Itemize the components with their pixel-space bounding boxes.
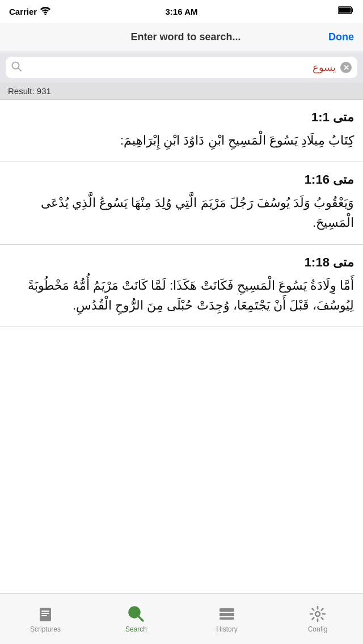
tab-config[interactable]: Config: [272, 605, 363, 633]
search-text-value: يسوع: [313, 61, 336, 74]
tab-bar: Scriptures Search History: [0, 593, 363, 644]
history-icon: [218, 605, 236, 623]
verse-item: متى 1:16 وَيَعْقُوبُ وَلَدَ يُوسُفَ رَجُ…: [0, 162, 363, 244]
verse-reference: متى 1:1: [9, 110, 354, 125]
svg-point-0: [45, 14, 47, 15]
search-bar-container: يسوع ✕: [0, 52, 363, 83]
tab-history-label: History: [216, 625, 237, 633]
svg-rect-2: [339, 8, 351, 13]
search-bar: يسوع ✕: [6, 57, 357, 78]
search-magnifier-icon: [11, 61, 22, 74]
battery-icon: [338, 6, 354, 16]
tab-search[interactable]: Search: [91, 605, 182, 633]
status-bar: Carrier 3:16 AM: [0, 0, 363, 23]
svg-rect-8: [41, 615, 47, 616]
verse-item: متى 1:18 أَمَّا وِلَادَةُ يَسُوعَ الْمَس…: [0, 245, 363, 327]
verse-reference: متى 1:16: [9, 172, 354, 187]
battery-area: [338, 6, 354, 16]
scriptures-icon: [36, 605, 54, 623]
svg-rect-13: [220, 617, 234, 620]
verse-text: وَيَعْقُوبُ وَلَدَ يُوسُفَ رَجُلَ مَرْيَ…: [9, 193, 354, 232]
result-count: Result: 931: [0, 83, 363, 100]
verse-item: متى 1:1 كِتَابُ مِيلَادِ يَسُوعَ الْمَسِ…: [0, 100, 363, 162]
search-tab-icon: [127, 605, 145, 623]
time-display: 3:16 AM: [166, 7, 198, 16]
verses-container: متى 1:1 كِتَابُ مِيلَادِ يَسُوعَ الْمَسِ…: [0, 100, 363, 372]
svg-rect-7: [41, 613, 49, 614]
svg-rect-6: [41, 611, 49, 612]
wifi-icon: [40, 7, 50, 16]
carrier-label: Carrier: [9, 7, 37, 16]
tab-history[interactable]: History: [182, 605, 272, 633]
svg-rect-11: [220, 608, 234, 612]
tab-scriptures-label: Scriptures: [30, 625, 61, 633]
svg-rect-5: [40, 608, 51, 621]
nav-title: Enter word to search...: [130, 31, 240, 43]
svg-line-10: [138, 616, 143, 621]
svg-rect-12: [220, 613, 234, 616]
svg-line-4: [18, 68, 21, 71]
tab-config-label: Config: [308, 625, 328, 633]
search-input[interactable]: [26, 62, 313, 73]
done-button[interactable]: Done: [328, 31, 354, 43]
carrier-wifi: Carrier: [9, 7, 50, 16]
verse-reference: متى 1:18: [9, 255, 354, 270]
search-clear-button[interactable]: ✕: [340, 62, 352, 73]
verse-text: أَمَّا وِلَادَةُ يَسُوعَ الْمَسِيحِ فَكَ…: [9, 276, 354, 315]
nav-bar: Enter word to search... Done: [0, 23, 363, 52]
verse-text: كِتَابُ مِيلَادِ يَسُوعَ الْمَسِيحِ ابْن…: [9, 130, 354, 150]
config-icon: [309, 605, 327, 623]
svg-point-14: [315, 612, 320, 616]
tab-scriptures[interactable]: Scriptures: [0, 605, 91, 633]
tab-search-label: Search: [125, 625, 147, 633]
